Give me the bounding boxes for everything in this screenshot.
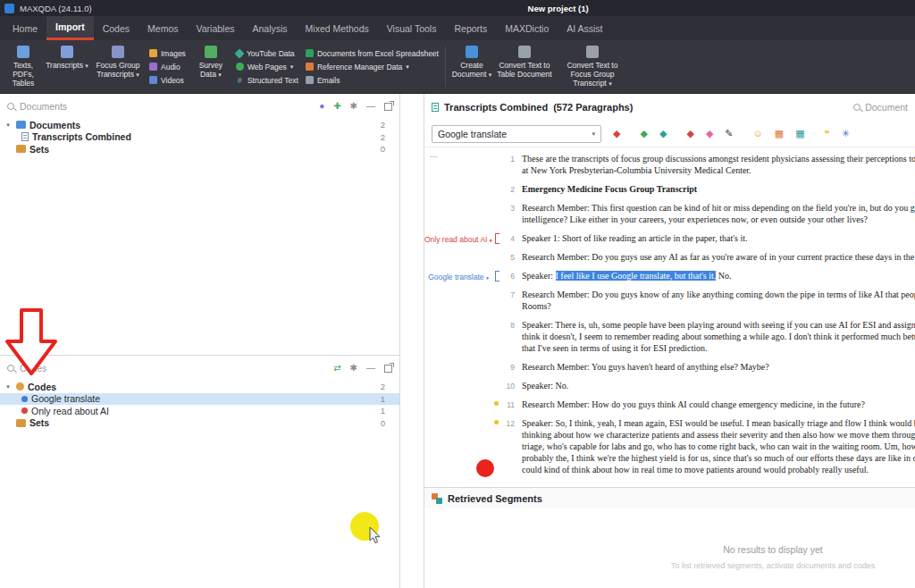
chevron-expanded-icon[interactable]: ▾ <box>4 122 13 129</box>
code-teal-icon[interactable]: ◆ <box>659 129 667 139</box>
chevron-down-icon: ▾ <box>290 63 294 71</box>
tree-row-document-sets[interactable]: Sets 0 <box>0 143 399 155</box>
chevron-down-icon: ▾ <box>609 80 612 87</box>
document-system-title: Documents <box>20 101 67 112</box>
audio-button[interactable]: Audio <box>149 60 186 73</box>
texts-pdfs-tables-button[interactable]: Texts, PDFs, Tables <box>3 42 44 91</box>
emails-button[interactable]: Emails <box>306 73 439 87</box>
tree-row-code-sets[interactable]: Sets 0 <box>0 417 399 430</box>
document-browser-header: Transcripts Combined (572 Paragraphs) Do… <box>424 94 915 121</box>
highlight-pen-icon[interactable]: ✎ <box>725 129 733 139</box>
paragraph-number[interactable]: 6 <box>502 270 522 281</box>
convert-to-focus-group-button[interactable]: Convert Text to Focus Group Transcript ▾ <box>554 42 631 91</box>
code-pink-icon[interactable]: ◆ <box>706 129 713 139</box>
images-button[interactable]: Images <box>149 46 186 60</box>
paragraph-number[interactable]: 4 <box>502 232 522 244</box>
paragraph-number[interactable]: 3 <box>502 202 522 225</box>
paragraph-number[interactable]: 1 <box>502 153 522 176</box>
transcripts-button[interactable]: Transcripts ▾ <box>44 42 90 91</box>
survey-chart-icon <box>205 46 217 58</box>
spreadsheet-icon <box>306 49 314 57</box>
tab-maxdictio[interactable]: MAXDictio <box>496 16 558 40</box>
code-label-google-translate[interactable]: Google translate ♦ <box>428 273 489 281</box>
paragraph-number[interactable]: 9 <box>502 361 522 373</box>
search-icon[interactable] <box>7 103 14 110</box>
document-tree: ▾ Documents 2 Transcripts Combined 2 Set… <box>0 119 399 155</box>
paragraph: 8 Speaker: There is, uh, some people hav… <box>424 319 915 354</box>
add-document-icon[interactable]: ✚ <box>333 102 340 111</box>
paragraph-number[interactable]: 8 <box>502 319 522 354</box>
table-document-icon <box>518 46 531 58</box>
code-count: 0 <box>381 418 385 428</box>
document-count: 2 <box>381 132 385 142</box>
emoticode-icon[interactable]: ☺ <box>753 129 763 139</box>
tree-row-transcripts-combined[interactable]: Transcripts Combined 2 <box>0 131 399 144</box>
paragraph-number[interactable]: 2 <box>502 183 522 195</box>
focus-group-transcripts-button[interactable]: Focus Group Transcripts ▾ <box>90 42 146 91</box>
excel-documents-button[interactable]: Documents from Excel Spreadsheet <box>306 46 439 60</box>
videos-button[interactable]: Videos <box>149 73 186 87</box>
collapse-icon[interactable]: — <box>366 102 375 111</box>
tree-row-documents-root[interactable]: ▾ Documents 2 <box>0 119 399 131</box>
tab-reports[interactable]: Reports <box>445 16 496 40</box>
reference-manager-button[interactable]: Reference Manager Data ▾ <box>306 60 439 73</box>
comment-icon[interactable]: ❝ <box>825 129 830 139</box>
search-icon[interactable] <box>7 365 14 372</box>
selected-text-highlight: I feel like I use Google translate, but … <box>556 271 717 281</box>
settings-gear-icon[interactable]: ✱ <box>350 364 357 373</box>
create-document-button[interactable]: Create Document ▾ <box>449 42 495 91</box>
tab-variables[interactable]: Variables <box>187 16 243 40</box>
collapse-icon[interactable]: — <box>366 364 375 373</box>
tab-codes[interactable]: Codes <box>94 16 139 40</box>
settings-gear-icon[interactable]: ✱ <box>350 102 357 111</box>
text-document-icon <box>21 132 29 141</box>
web-pages-button[interactable]: Web Pages ▾ <box>236 60 298 73</box>
code-combobox[interactable]: Google translate ▾ <box>432 125 601 143</box>
tab-mixed-methods[interactable]: Mixed Methods <box>297 16 378 40</box>
code-crimson-icon[interactable]: ◆ <box>686 129 693 139</box>
memo-dot-icon[interactable] <box>494 401 499 406</box>
open-document-icon <box>432 103 439 112</box>
structured-text-button[interactable]: # Structured Text <box>236 73 298 87</box>
margin-ellipsis: ... <box>430 149 437 159</box>
document-search[interactable]: Document <box>853 102 908 113</box>
memo-dot-icon[interactable] <box>494 420 499 424</box>
chevron-expanded-icon[interactable]: ▾ <box>4 383 13 391</box>
paragraph: 2 Emergency Medicine Focus Group Transcr… <box>424 183 915 195</box>
filter-icon[interactable]: ● <box>319 102 324 111</box>
paragraph-number[interactable]: 7 <box>502 289 522 312</box>
undock-icon[interactable] <box>384 365 392 373</box>
document-system-panel: Documents ● ✚ ✱ — ▾ Documents 2 Transcri… <box>0 94 399 356</box>
undock-icon[interactable] <box>384 103 392 111</box>
code-label-only-read-about-ai[interactable]: Only read about AI ♦ <box>424 235 492 244</box>
youtube-data-button[interactable]: YouTube Data <box>236 46 298 60</box>
paragraph-count: (572 Paragraphs) <box>553 102 633 113</box>
code-red-icon[interactable]: ◆ <box>613 129 620 139</box>
video-icon <box>149 76 157 84</box>
tab-visual-tools[interactable]: Visual Tools <box>378 16 446 40</box>
document-count: 0 <box>381 144 385 154</box>
tree-row-code-google-translate[interactable]: Google translate 1 <box>0 393 399 406</box>
tab-ai-assist[interactable]: AI Assist <box>558 16 611 40</box>
document-text-area[interactable]: ... 1 These are the transcripts of focus… <box>424 147 915 487</box>
paragraph-number[interactable]: 5 <box>502 251 522 263</box>
empty-state-title: No results to display yet <box>671 544 876 555</box>
code-green-icon[interactable]: ◆ <box>640 129 647 139</box>
table-orange-icon[interactable]: ▦ <box>775 129 784 139</box>
tab-home[interactable]: Home <box>4 16 46 40</box>
sort-arrows-icon[interactable]: ⇄ <box>333 364 340 373</box>
survey-data-button[interactable]: Survey Data ▾ <box>189 42 232 91</box>
tab-memos[interactable]: Memos <box>139 16 187 40</box>
tree-row-codes-root[interactable]: ▾ Codes 2 <box>0 381 399 393</box>
chevron-down-icon: ▾ <box>592 130 595 138</box>
ai-assist-icon[interactable]: ✳ <box>842 129 850 139</box>
table-teal-icon[interactable]: ▦ <box>795 129 804 139</box>
paragraph-number[interactable]: 11 <box>502 399 522 410</box>
paragraph-number[interactable]: 12 <box>502 417 522 475</box>
youtube-icon <box>234 48 244 58</box>
tab-import[interactable]: Import <box>46 16 94 40</box>
tree-row-code-only-read-about-ai[interactable]: Only read about AI 1 <box>0 405 399 417</box>
convert-to-table-document-button[interactable]: Convert Text to Table Document <box>495 42 554 91</box>
paragraph-number[interactable]: 10 <box>502 380 522 391</box>
tab-analysis[interactable]: Analysis <box>243 16 296 40</box>
